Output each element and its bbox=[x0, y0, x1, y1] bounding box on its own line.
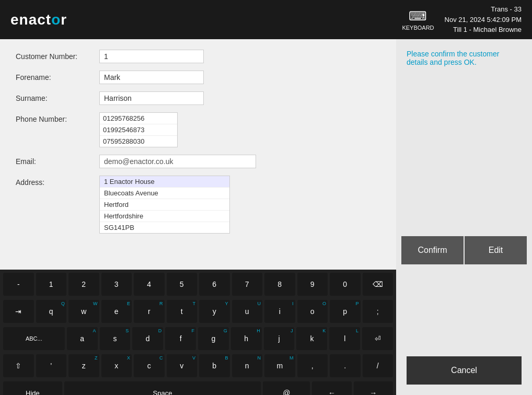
key-w[interactable]: wW bbox=[68, 300, 99, 323]
cancel-button[interactable]: Cancel bbox=[407, 356, 522, 385]
action-buttons: Confirm Edit bbox=[396, 231, 532, 270]
key-0[interactable]: 0 bbox=[330, 273, 361, 296]
key-shift[interactable]: ⇧ bbox=[3, 354, 34, 377]
address-line-4[interactable]: Hertfordshire bbox=[100, 211, 229, 222]
forename-label: Forename: bbox=[16, 71, 99, 82]
phone-item-3[interactable]: 07595288030 bbox=[100, 136, 177, 147]
key-o[interactable]: oO bbox=[297, 300, 328, 323]
at-key[interactable]: @ bbox=[263, 381, 310, 395]
key-backspace[interactable]: ⌫ bbox=[363, 273, 394, 296]
address-line-3[interactable]: Hertford bbox=[100, 199, 229, 211]
main-content: Customer Number: Forename: Surname: Phon… bbox=[0, 39, 532, 270]
key-5[interactable]: 5 bbox=[167, 273, 198, 296]
forename-value bbox=[99, 71, 380, 84]
space-key[interactable]: Space bbox=[64, 381, 261, 395]
key-t[interactable]: tT bbox=[167, 300, 198, 323]
bottom-area: - 1 2 3 4 5 6 7 8 9 0 ⌫ ⇥ qQ wW eE rR tT… bbox=[0, 270, 532, 395]
header-right: ⌨ KEYBOARD Trans - 33 Nov 21, 2024 5:42:… bbox=[402, 4, 522, 35]
key-i[interactable]: iI bbox=[264, 300, 295, 323]
form-panel: Customer Number: Forename: Surname: Phon… bbox=[0, 39, 396, 270]
customer-number-row: Customer Number: bbox=[16, 50, 380, 63]
forename-input[interactable] bbox=[99, 71, 204, 84]
key-z[interactable]: zZ bbox=[68, 354, 99, 377]
right-bottom: Cancel bbox=[396, 270, 532, 395]
keyboard-row-3: ABC... aA sS dD fF gG hH jJ kK lL ⏎ bbox=[3, 327, 393, 350]
key-g[interactable]: gG bbox=[198, 327, 229, 350]
key-l[interactable]: lL bbox=[329, 327, 360, 350]
key-x[interactable]: xX bbox=[101, 354, 132, 377]
key-b[interactable]: bB bbox=[199, 354, 230, 377]
key-semicolon[interactable]: ; bbox=[363, 300, 394, 323]
key-y[interactable]: yY bbox=[199, 300, 230, 323]
key-slash[interactable]: / bbox=[363, 354, 394, 377]
key-p[interactable]: pP bbox=[330, 300, 361, 323]
customer-number-input[interactable] bbox=[99, 50, 204, 63]
key-f[interactable]: fF bbox=[165, 327, 196, 350]
phone-item-1[interactable]: 01295768256 bbox=[100, 113, 177, 124]
key-enter[interactable]: ⏎ bbox=[362, 327, 393, 350]
edit-button[interactable]: Edit bbox=[465, 236, 527, 264]
header: enactor ⌨ KEYBOARD Trans - 33 Nov 21, 20… bbox=[0, 0, 532, 39]
left-arrow-key[interactable]: ← bbox=[312, 381, 351, 395]
keyboard-section: - 1 2 3 4 5 6 7 8 9 0 ⌫ ⇥ qQ wW eE rR tT… bbox=[0, 270, 396, 395]
customer-number-value bbox=[99, 50, 380, 63]
address-line-5[interactable]: SG141PB bbox=[100, 222, 229, 233]
key-9[interactable]: 9 bbox=[297, 273, 328, 296]
key-1[interactable]: 1 bbox=[36, 273, 67, 296]
key-6[interactable]: 6 bbox=[199, 273, 230, 296]
keyboard-icon: ⌨ bbox=[409, 9, 427, 24]
key-a[interactable]: aA bbox=[67, 327, 98, 350]
confirm-button[interactable]: Confirm bbox=[401, 236, 464, 264]
key-7[interactable]: 7 bbox=[232, 273, 263, 296]
key-k[interactable]: kK bbox=[296, 327, 327, 350]
keyboard-row-2: ⇥ qQ wW eE rR tT yY uU iI oO pP ; bbox=[3, 300, 393, 323]
forename-row: Forename: bbox=[16, 71, 380, 84]
hide-button[interactable]: Hide bbox=[3, 381, 62, 395]
key-r[interactable]: rR bbox=[134, 300, 165, 323]
key-c[interactable]: cC bbox=[134, 354, 165, 377]
key-m[interactable]: mM bbox=[264, 354, 295, 377]
trans-line1: Trans - 33 bbox=[445, 4, 522, 15]
key-dash[interactable]: - bbox=[3, 273, 34, 296]
customer-number-label: Customer Number: bbox=[16, 50, 99, 61]
trans-line2: Nov 21, 2024 5:42:09 PM bbox=[445, 15, 522, 25]
keyboard-row-4: ⇧ ' zZ xX cC vV bB nN mM , . / bbox=[3, 354, 393, 377]
key-d[interactable]: dD bbox=[132, 327, 163, 350]
key-3[interactable]: 3 bbox=[101, 273, 132, 296]
logo-dot: o bbox=[51, 11, 61, 28]
trans-line3: Till 1 - Michael Browne bbox=[445, 25, 522, 35]
email-row: Email: bbox=[16, 155, 380, 168]
key-n[interactable]: nN bbox=[232, 354, 263, 377]
surname-input[interactable] bbox=[99, 91, 204, 105]
key-e[interactable]: eE bbox=[101, 300, 132, 323]
phone-label: Phone Number: bbox=[16, 112, 99, 123]
key-v[interactable]: vV bbox=[167, 354, 198, 377]
key-s[interactable]: sS bbox=[100, 327, 131, 350]
phone-item-2[interactable]: 01992546873 bbox=[100, 124, 177, 136]
email-value bbox=[99, 155, 380, 168]
key-comma[interactable]: , bbox=[297, 354, 328, 377]
key-period[interactable]: . bbox=[330, 354, 361, 377]
email-input[interactable] bbox=[99, 155, 256, 168]
phone-row: Phone Number: 01295768256 01992546873 07… bbox=[16, 112, 380, 147]
address-line-2[interactable]: Bluecoats Avenue bbox=[100, 188, 229, 199]
address-list: 1 Enactor House Bluecoats Avenue Hertfor… bbox=[99, 176, 230, 234]
key-8[interactable]: 8 bbox=[264, 273, 295, 296]
address-line-1[interactable]: 1 Enactor House bbox=[100, 176, 229, 188]
keyboard-toggle-button[interactable]: ⌨ KEYBOARD bbox=[402, 9, 434, 31]
keyboard-row-1: - 1 2 3 4 5 6 7 8 9 0 ⌫ bbox=[3, 273, 393, 296]
key-tab[interactable]: ⇥ bbox=[3, 300, 34, 323]
transaction-info: Trans - 33 Nov 21, 2024 5:42:09 PM Till … bbox=[445, 4, 522, 35]
key-j[interactable]: jJ bbox=[264, 327, 295, 350]
key-u[interactable]: uU bbox=[232, 300, 263, 323]
right-arrow-key[interactable]: → bbox=[354, 381, 393, 395]
address-label: Address: bbox=[16, 176, 99, 187]
key-quote[interactable]: ' bbox=[36, 354, 67, 377]
key-q[interactable]: qQ bbox=[36, 300, 67, 323]
keyboard-label: KEYBOARD bbox=[402, 25, 434, 31]
key-h[interactable]: hH bbox=[231, 327, 262, 350]
key-2[interactable]: 2 bbox=[68, 273, 99, 296]
key-abc[interactable]: ABC... bbox=[3, 327, 65, 350]
surname-value bbox=[99, 91, 380, 105]
key-4[interactable]: 4 bbox=[134, 273, 165, 296]
